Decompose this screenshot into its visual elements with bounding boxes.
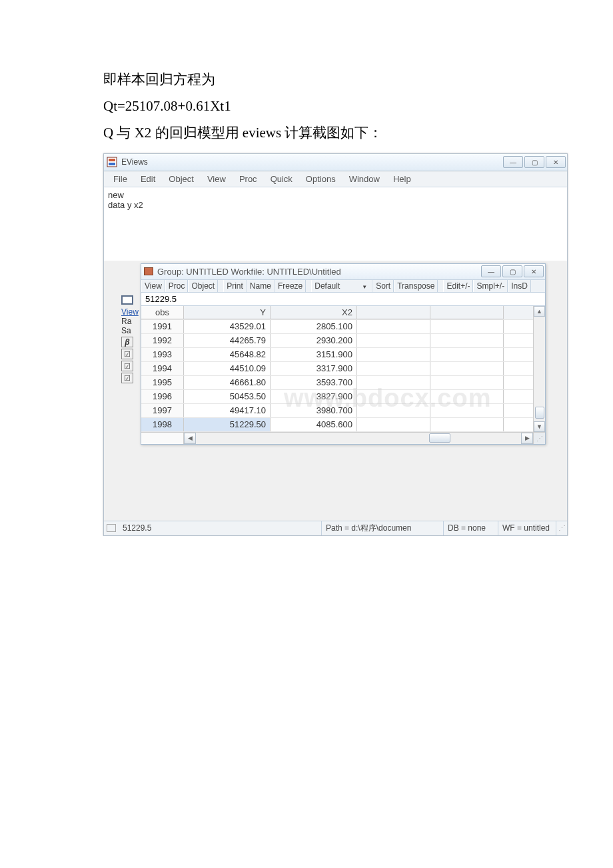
main-titlebar[interactable]: EViews ― ▢ ✕ [104, 154, 567, 171]
vscroll-thumb[interactable] [535, 407, 544, 419]
header-obs[interactable]: obs [141, 306, 184, 319]
group-proc-button[interactable]: Proc [165, 280, 189, 292]
group-smpl-toggle-button[interactable]: Smpl+/- [473, 280, 508, 292]
cell-empty[interactable] [357, 376, 430, 389]
cell-obs[interactable]: 1991 [141, 320, 184, 333]
series-icon-2[interactable]: ☑ [121, 361, 133, 371]
menu-view[interactable]: View [201, 173, 233, 185]
cell-y[interactable]: 50453.50 [184, 390, 271, 403]
cell-empty[interactable] [357, 362, 430, 375]
cell-empty[interactable] [357, 404, 430, 417]
group-object-button[interactable]: Object [188, 280, 218, 292]
group-view-button[interactable]: View [141, 280, 165, 292]
command-area[interactable]: new data y x2 [104, 187, 567, 261]
menu-window[interactable]: Window [342, 173, 386, 185]
table-row[interactable]: 199546661.803593.700 [141, 376, 533, 390]
header-x2[interactable]: X2 [271, 306, 357, 319]
group-name-button[interactable]: Name [247, 280, 275, 292]
table-row[interactable]: 199244265.792930.200 [141, 334, 533, 348]
series-icon-1[interactable]: ☑ [121, 349, 133, 359]
cell-empty[interactable] [430, 362, 504, 375]
menu-help[interactable]: Help [386, 173, 418, 185]
group-minimize-button[interactable]: ― [481, 265, 501, 277]
cell-obs[interactable]: 1998 [141, 418, 184, 431]
cell-empty[interactable] [357, 390, 430, 403]
workfile-icon[interactable] [121, 295, 133, 305]
table-row[interactable]: 199345648.823151.900 [141, 348, 533, 362]
cell-empty[interactable] [430, 390, 504, 403]
cell-x2[interactable]: 2930.200 [271, 334, 357, 347]
cell-x2[interactable]: 3317.900 [271, 362, 357, 375]
table-row[interactable]: 199851229.504085.600 [141, 418, 533, 432]
table-row[interactable]: 199650453.503827.900 [141, 390, 533, 404]
doc-line-2: Qt=25107.08+0.61Xt1 [103, 93, 613, 120]
header-y[interactable]: Y [184, 306, 271, 319]
menu-edit[interactable]: Edit [134, 173, 162, 185]
vertical-scrollbar[interactable]: ▲ ▼ [533, 306, 545, 432]
resize-grip-icon[interactable]: ⋰ [533, 433, 545, 444]
cell-y[interactable]: 45648.82 [184, 348, 271, 361]
cell-empty[interactable] [357, 348, 430, 361]
cell-empty[interactable] [430, 334, 504, 347]
cell-empty[interactable] [430, 320, 504, 333]
menu-object[interactable]: Object [162, 173, 201, 185]
cell-empty[interactable] [430, 418, 504, 431]
scroll-up-icon[interactable]: ▲ [534, 306, 545, 317]
cell-y[interactable]: 49417.10 [184, 404, 271, 417]
cell-obs[interactable]: 1995 [141, 376, 184, 389]
cell-empty[interactable] [357, 418, 430, 431]
cell-obs[interactable]: 1993 [141, 348, 184, 361]
group-edit-toggle-button[interactable]: Edit+/- [443, 280, 473, 292]
cell-obs[interactable]: 1994 [141, 362, 184, 375]
cell-x2[interactable]: 4085.600 [271, 418, 357, 431]
group-transpose-button[interactable]: Transpose [394, 280, 438, 292]
scroll-down-icon[interactable]: ▼ [534, 421, 545, 432]
horizontal-scrollbar[interactable]: ◀ ▶ ⋰ [141, 432, 545, 444]
scroll-right-icon[interactable]: ▶ [521, 433, 533, 444]
cell-x2[interactable]: 3593.700 [271, 376, 357, 389]
series-icon-3[interactable]: ☑ [121, 373, 133, 383]
group-default-dropdown[interactable]: Default▼ [311, 280, 372, 292]
cell-empty[interactable] [357, 334, 430, 347]
main-maximize-button[interactable]: ▢ [524, 156, 544, 168]
group-maximize-button[interactable]: ▢ [502, 265, 522, 277]
group-titlebar[interactable]: Group: UNTITLED Workfile: UNTITLED\Untit… [141, 264, 545, 280]
cell-y[interactable]: 51229.50 [184, 418, 271, 431]
menu-quick[interactable]: Quick [264, 173, 299, 185]
main-resize-grip-icon[interactable]: ⋰ [556, 524, 567, 533]
group-close-button[interactable]: ✕ [524, 265, 544, 277]
scroll-left-icon[interactable]: ◀ [184, 433, 196, 444]
main-close-button[interactable]: ✕ [546, 156, 566, 168]
main-minimize-button[interactable]: ― [503, 156, 523, 168]
hscroll-thumb[interactable] [429, 433, 450, 443]
cell-empty[interactable] [357, 320, 430, 333]
menu-file[interactable]: File [107, 173, 134, 185]
cell-y[interactable]: 44265.79 [184, 334, 271, 347]
menu-options[interactable]: Options [299, 173, 342, 185]
cell-x2[interactable]: 3827.900 [271, 390, 357, 403]
group-insdel-button[interactable]: InsD [508, 280, 531, 292]
cell-obs[interactable]: 1992 [141, 334, 184, 347]
group-freeze-button[interactable]: Freeze [275, 280, 306, 292]
cell-obs[interactable]: 1997 [141, 404, 184, 417]
table-row[interactable]: 199143529.012805.100 [141, 320, 533, 334]
cell-y[interactable]: 46661.80 [184, 376, 271, 389]
cell-empty[interactable] [430, 348, 504, 361]
cell-empty[interactable] [430, 376, 504, 389]
table-row[interactable]: 199444510.093317.900 [141, 362, 533, 376]
group-print-button[interactable]: Print [223, 280, 247, 292]
cell-edit-field[interactable]: 51229.5 [141, 293, 545, 306]
cell-x2[interactable]: 2805.100 [271, 320, 357, 333]
cell-x2[interactable]: 3151.900 [271, 348, 357, 361]
menu-proc[interactable]: Proc [233, 173, 264, 185]
cell-y[interactable]: 43529.01 [184, 320, 271, 333]
cell-x2[interactable]: 3980.700 [271, 404, 357, 417]
group-sort-button[interactable]: Sort [372, 280, 394, 292]
cell-y[interactable]: 44510.09 [184, 362, 271, 375]
table-row[interactable]: 199749417.103980.700 [141, 404, 533, 418]
bg-view-link[interactable]: View [121, 307, 139, 317]
cell-empty[interactable] [430, 404, 504, 417]
beta-icon[interactable]: β [121, 337, 133, 347]
cell-obs[interactable]: 1996 [141, 390, 184, 403]
spreadsheet[interactable]: obs Y X2 199143529.012805.100199244265.7… [141, 306, 533, 432]
